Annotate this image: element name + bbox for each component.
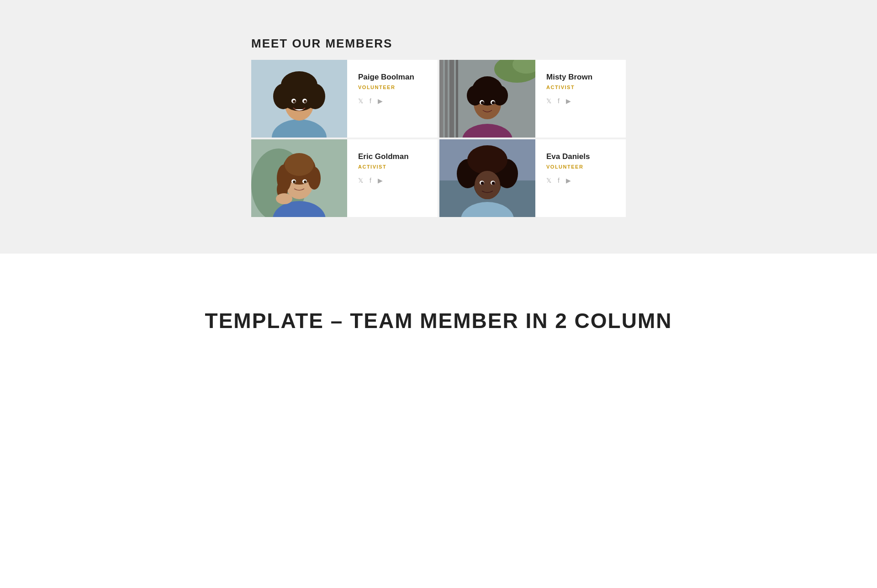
member-role-misty: Activist <box>546 85 615 90</box>
member-socials-eva: 𝕏 f ▶ <box>546 177 615 184</box>
top-section: Meet Our Members <box>0 0 877 254</box>
svg-rect-13 <box>439 60 443 138</box>
paige-photo-svg <box>251 60 347 138</box>
member-role-eva: Volunteer <box>546 164 615 170</box>
svg-rect-15 <box>449 60 454 138</box>
member-name-eric: Eric Goldman <box>358 152 427 161</box>
member-role-eric: Activist <box>358 164 427 170</box>
facebook-icon-paige[interactable]: f <box>370 97 371 105</box>
member-card-eva: Eva Daniels Volunteer 𝕏 f ▶ <box>439 139 626 217</box>
member-name-misty: Misty Brown <box>546 73 615 82</box>
member-socials-misty: 𝕏 f ▶ <box>546 97 615 105</box>
bottom-title: Template – Team Member in 2 Column <box>9 308 868 333</box>
svg-point-53 <box>475 171 500 199</box>
member-info-eric: Eric Goldman Activist 𝕏 f ▶ <box>347 139 438 217</box>
facebook-icon-misty[interactable]: f <box>558 97 560 105</box>
member-socials-paige: 𝕏 f ▶ <box>358 97 427 105</box>
eric-photo-svg <box>251 139 347 217</box>
svg-point-57 <box>492 182 495 185</box>
member-info-paige: Paige Boolman Volunteer 𝕏 f ▶ <box>347 60 438 138</box>
content-container: Meet Our Members <box>242 37 635 217</box>
youtube-icon-misty[interactable]: ▶ <box>566 97 571 105</box>
svg-point-56 <box>481 182 484 185</box>
facebook-icon-eva[interactable]: f <box>558 177 560 184</box>
member-role-paige: Volunteer <box>358 85 427 90</box>
svg-point-52 <box>467 145 507 175</box>
svg-rect-14 <box>445 60 448 138</box>
eva-photo-svg <box>439 139 535 217</box>
member-info-misty: Misty Brown Activist 𝕏 f ▶ <box>535 60 626 138</box>
twitter-icon-eva[interactable]: 𝕏 <box>546 177 551 184</box>
member-photo-misty <box>439 60 535 138</box>
svg-point-28 <box>492 101 495 105</box>
svg-point-11 <box>304 100 306 103</box>
misty-photo-svg <box>439 60 535 138</box>
youtube-icon-paige[interactable]: ▶ <box>378 97 383 105</box>
facebook-icon-eric[interactable]: f <box>370 177 371 184</box>
member-socials-eric: 𝕏 f ▶ <box>358 177 427 184</box>
member-card-eric: Eric Goldman Activist 𝕏 f ▶ <box>251 139 438 217</box>
member-card-misty: Misty Brown Activist 𝕏 f ▶ <box>439 60 626 138</box>
svg-rect-16 <box>456 60 458 138</box>
svg-point-7 <box>281 71 317 99</box>
svg-point-37 <box>285 153 314 176</box>
svg-point-27 <box>481 101 484 105</box>
member-photo-eva <box>439 139 535 217</box>
member-info-eva: Eva Daniels Volunteer 𝕏 f ▶ <box>535 139 626 217</box>
svg-point-10 <box>293 100 296 103</box>
svg-point-42 <box>304 180 306 183</box>
svg-point-43 <box>276 193 292 204</box>
member-name-eva: Eva Daniels <box>546 152 615 161</box>
youtube-icon-eric[interactable]: ▶ <box>378 177 383 184</box>
twitter-icon-misty[interactable]: 𝕏 <box>546 97 551 105</box>
member-photo-eric <box>251 139 347 217</box>
members-grid: Paige Boolman Volunteer 𝕏 f ▶ <box>251 60 626 217</box>
member-card-paige: Paige Boolman Volunteer 𝕏 f ▶ <box>251 60 438 138</box>
section-title: Meet Our Members <box>251 37 626 51</box>
svg-point-41 <box>293 180 296 183</box>
member-photo-paige <box>251 60 347 138</box>
twitter-icon-paige[interactable]: 𝕏 <box>358 97 363 105</box>
member-name-paige: Paige Boolman <box>358 73 427 82</box>
twitter-icon-eric[interactable]: 𝕏 <box>358 177 363 184</box>
youtube-icon-eva[interactable]: ▶ <box>566 177 571 184</box>
bottom-section: Template – Team Member in 2 Column <box>0 254 877 388</box>
